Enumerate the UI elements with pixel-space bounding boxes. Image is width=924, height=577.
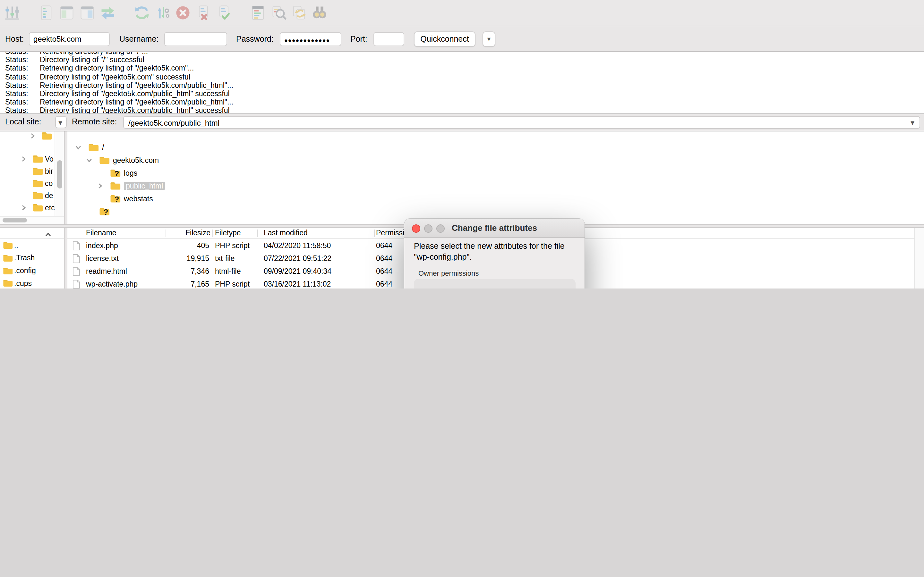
quickconnect-bar: Host: Username: Password: Port: Quickcon… (0, 27, 924, 52)
last-modified-column-header[interactable]: Last modified (264, 229, 308, 237)
tree-row-label: / (102, 143, 104, 151)
file-icon (73, 241, 80, 251)
log-line: Status:Retrieving directory listing of "… (0, 64, 924, 73)
file-type: PHP script (215, 280, 250, 287)
column-divider[interactable] (257, 229, 258, 237)
tree-row--[interactable]: / (67, 141, 924, 154)
local-file-row[interactable]: .Trash (0, 252, 64, 265)
local-tree-hscrollbar[interactable] (0, 216, 64, 224)
scrollbar-thumb[interactable] (57, 160, 62, 189)
log-line: Status:Directory listing of "/" successf… (0, 56, 924, 64)
tree-row-public-html[interactable]: public_html (67, 179, 924, 192)
filename-column-header[interactable]: Filename (86, 229, 116, 237)
local-file-row[interactable]: .. (0, 239, 64, 252)
host-label: Host: (5, 35, 24, 44)
log-message: Retrieving directory listing of "/geekto… (40, 81, 233, 90)
toolbar-group (250, 5, 328, 21)
dialog-title-bar[interactable]: Change file attributes (404, 219, 585, 238)
file-modified: 03/16/2021 11:13:02 (264, 280, 331, 287)
local-tree-icon[interactable] (58, 5, 75, 21)
reconnect-icon[interactable] (216, 5, 232, 21)
password-input[interactable] (280, 32, 341, 46)
unknown-folder-icon: ? (99, 207, 110, 216)
quickconnect-dropdown-button[interactable]: ▼ (483, 31, 495, 47)
port-input[interactable] (373, 32, 404, 46)
log-status-label: Status: (5, 98, 28, 106)
site-bar: Local site: ▼ Remote site: /geekto5k.com… (0, 114, 924, 131)
filesize-column-header[interactable]: Filesize (166, 229, 210, 237)
chevron-right-icon[interactable] (21, 156, 27, 162)
message-log-icon[interactable] (38, 5, 55, 21)
toolbar-group (4, 5, 21, 21)
dialog-intro-line2: "wp-config.php". (414, 253, 472, 261)
quickconnect-button[interactable]: Quickconnect (414, 31, 475, 47)
cancel-icon[interactable] (174, 5, 191, 21)
site-manager-icon[interactable] (4, 5, 21, 21)
log-line: Status:Retrieving directory listing of "… (0, 52, 924, 56)
host-input[interactable] (29, 32, 110, 46)
remote-tree-icon[interactable] (79, 5, 95, 21)
svg-text:?: ? (115, 195, 120, 203)
file-permissions: 0644 (376, 267, 393, 275)
message-log[interactable]: Status:Retrieving directory listing of "… (0, 52, 924, 114)
file-size: 405 (148, 242, 209, 249)
local-site-combo[interactable]: ▼ (55, 116, 67, 128)
log-status-label: Status: (5, 81, 28, 90)
remote-site-label: Remote site: (72, 117, 117, 126)
tree-row-geekto5k-com[interactable]: geekto5k.com (67, 154, 924, 167)
filetype-column-header[interactable]: Filetype (215, 229, 241, 237)
dialog-intro-line1: Please select the new attributes for the… (414, 242, 565, 251)
log-message: Retrieving directory listing of "/"... (40, 52, 148, 56)
chevron-down-icon[interactable] (75, 144, 81, 151)
username-input[interactable] (164, 32, 227, 46)
local-file-list[interactable]: .. .Trash .config .cups .kindle Applicat… (0, 228, 65, 288)
remote-site-combo[interactable]: /geekto5k.com/public_html ▼ (123, 116, 920, 129)
tree-row-label: etc (45, 203, 55, 211)
tree-row-label: logs (124, 169, 137, 177)
tree-row-logs[interactable]: ?logs (67, 167, 924, 179)
remote-tree-pane[interactable]: / geekto5k.com ?logs public_html ?websta… (67, 131, 924, 224)
tree-row-webstats[interactable]: ?webstats (67, 192, 924, 205)
local-file-row[interactable]: .cups (0, 277, 64, 288)
filezilla-window: Host: Username: Password: Port: Quickcon… (0, 0, 924, 288)
column-divider[interactable] (374, 229, 375, 237)
file-name: .Trash (14, 254, 63, 262)
file-type: PHP script (215, 242, 250, 249)
tree-row-label: bir (45, 167, 53, 175)
log-status-label: Status: (5, 52, 28, 56)
chevron-down-icon[interactable] (86, 157, 92, 163)
log-message: Directory listing of "/" successful (40, 56, 144, 64)
chevron-right-icon[interactable] (97, 183, 103, 189)
remote-site-value: /geekto5k.com/public_html (128, 118, 220, 127)
file-name: license.txt (86, 254, 119, 262)
refresh-icon[interactable] (134, 5, 150, 21)
local-tree-pane[interactable]: Vo bir co de etc ho (0, 131, 65, 224)
directory-comparison-icon[interactable] (250, 5, 266, 21)
local-list-header[interactable] (0, 228, 64, 239)
password-label: Password: (236, 35, 274, 44)
remote-list-vscrollbar[interactable] (914, 228, 924, 288)
folder-icon (32, 166, 43, 175)
column-divider[interactable] (212, 229, 213, 237)
file-search-icon[interactable] (270, 5, 287, 21)
chevron-right-icon[interactable] (21, 205, 27, 211)
chevron-down-icon: ▼ (909, 119, 916, 126)
transfer-queue-icon[interactable] (99, 5, 116, 21)
unknown-folder-icon: ? (110, 194, 121, 203)
scrollbar-thumb[interactable] (3, 218, 27, 222)
file-permissions: 0644 (376, 242, 393, 249)
folder-icon (32, 203, 43, 212)
find-files-icon[interactable] (311, 5, 328, 21)
log-message: Retrieving directory listing of "/geekto… (40, 98, 233, 106)
local-file-row[interactable]: .config (0, 264, 64, 277)
disconnect-icon[interactable] (195, 5, 212, 21)
file-name: index.php (86, 242, 118, 249)
process-queue-icon[interactable] (154, 5, 171, 21)
folder-icon (32, 191, 43, 200)
username-label: Username: (120, 35, 158, 44)
dialog-title: Change file attributes (404, 223, 585, 233)
tree-row[interactable]: ? (67, 205, 924, 218)
chevron-right-icon[interactable] (29, 133, 36, 139)
synchronized-browsing-icon[interactable] (291, 5, 307, 21)
local-tree-vscrollbar[interactable] (55, 131, 63, 217)
